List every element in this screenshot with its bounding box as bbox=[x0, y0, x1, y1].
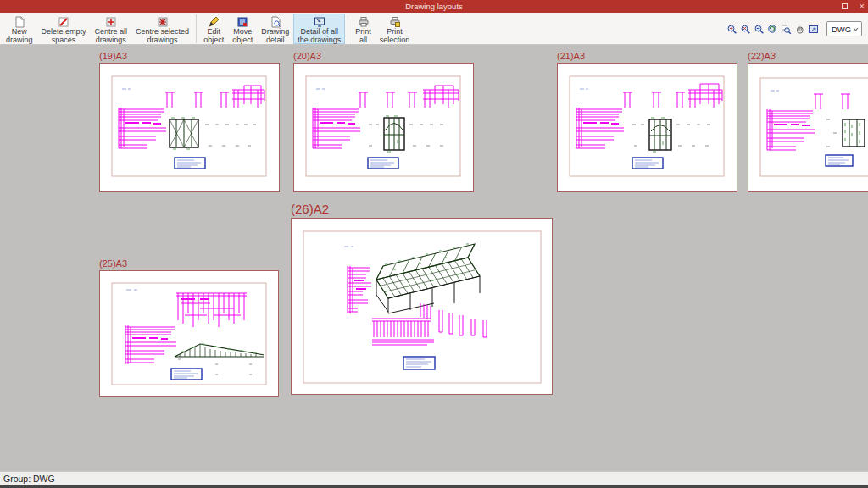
zoom-previous-icon[interactable] bbox=[767, 24, 778, 35]
window-title: Drawing layouts bbox=[0, 0, 868, 13]
chevron-down-icon bbox=[853, 27, 859, 31]
format-select[interactable]: DWG bbox=[826, 21, 862, 36]
drawing-detail-button[interactable]: Drawing detail bbox=[257, 14, 293, 44]
sheet-label: (22)A3 bbox=[748, 51, 868, 61]
zoom-drag-icon[interactable] bbox=[726, 24, 737, 35]
sheet-25-a3: (25)A3 bbox=[99, 258, 279, 397]
sheet-20-a3: (20)A3 bbox=[293, 51, 474, 192]
drawing-frame[interactable] bbox=[291, 218, 553, 395]
page-magnifier-icon bbox=[269, 15, 282, 28]
zoom-out-icon[interactable] bbox=[754, 24, 765, 35]
new-drawing-button[interactable]: New drawing bbox=[2, 14, 37, 44]
drawing-thumbnail bbox=[748, 64, 868, 191]
drawing-thumbnail bbox=[294, 64, 473, 191]
toolbar-separator bbox=[196, 14, 197, 43]
format-select-value: DWG bbox=[832, 25, 851, 34]
zoom-extents-icon[interactable] bbox=[740, 24, 751, 35]
sheet-label: (21)A3 bbox=[557, 51, 737, 61]
fit-screen-icon[interactable] bbox=[808, 24, 819, 35]
pan-icon[interactable] bbox=[794, 24, 805, 35]
statusbar: Group: DWG bbox=[0, 471, 868, 485]
drawing-frame[interactable] bbox=[99, 270, 279, 397]
move-grid-icon bbox=[236, 15, 249, 28]
detail-of-all-drawings-button[interactable]: Detail of all the drawings bbox=[293, 14, 345, 44]
centre-selected-drawings-button[interactable]: Centre selected drawings bbox=[131, 14, 193, 44]
sheet-26-a2: (26)A2 bbox=[291, 202, 553, 395]
centre-all-icon bbox=[104, 15, 118, 28]
titlebar: Drawing layouts × bbox=[0, 0, 868, 13]
delete-slash-icon bbox=[57, 15, 70, 28]
centre-selected-icon bbox=[156, 15, 170, 28]
drawing-thumbnail bbox=[100, 64, 279, 191]
view-tools: DWG bbox=[726, 14, 866, 44]
drawing-thumbnail bbox=[100, 271, 278, 396]
window-bottom-edge bbox=[0, 485, 868, 488]
close-window-icon[interactable]: × bbox=[860, 0, 865, 13]
printer-selection-icon bbox=[388, 15, 402, 28]
drawing-layouts-window: Drawing layouts × New drawing Delete emp… bbox=[0, 0, 868, 488]
move-object-button[interactable]: Move object bbox=[228, 14, 257, 44]
sheet-label: (25)A3 bbox=[99, 258, 279, 269]
drawing-frame[interactable] bbox=[748, 63, 868, 192]
delete-empty-spaces-button[interactable]: Delete empty spaces bbox=[37, 14, 91, 44]
new-page-icon bbox=[13, 15, 26, 28]
printer-icon bbox=[357, 15, 370, 28]
print-selection-button[interactable]: Print selection bbox=[376, 14, 415, 44]
drawing-frame[interactable] bbox=[99, 63, 280, 192]
zoom-window-icon[interactable] bbox=[781, 24, 792, 35]
edit-object-button[interactable]: Edit object bbox=[199, 14, 228, 44]
drawing-thumbnail bbox=[558, 64, 737, 191]
pencil-icon bbox=[207, 15, 220, 28]
restore-window-icon[interactable] bbox=[842, 3, 848, 9]
sheet-21-a3: (21)A3 bbox=[557, 51, 737, 192]
group-status-label: Group: DWG bbox=[3, 474, 55, 484]
sheet-label: (20)A3 bbox=[293, 51, 474, 61]
toolbar-separator bbox=[348, 14, 348, 43]
screen-detail-icon bbox=[313, 15, 326, 28]
layout-canvas[interactable]: (19)A3 bbox=[0, 45, 868, 471]
drawing-frame[interactable] bbox=[293, 63, 474, 192]
sheet-label: (26)A2 bbox=[291, 202, 553, 216]
drawing-frame[interactable] bbox=[557, 63, 737, 192]
print-all-button[interactable]: Print all bbox=[351, 14, 376, 44]
sheet-19-a3: (19)A3 bbox=[99, 51, 280, 192]
centre-all-drawings-button[interactable]: Centre all drawings bbox=[91, 14, 132, 44]
drawing-thumbnail bbox=[292, 219, 552, 394]
sheet-label: (19)A3 bbox=[99, 51, 280, 61]
sheet-22-a3: (22)A3 bbox=[748, 51, 868, 192]
toolbar: New drawing Delete empty spaces Centre a… bbox=[0, 13, 868, 45]
